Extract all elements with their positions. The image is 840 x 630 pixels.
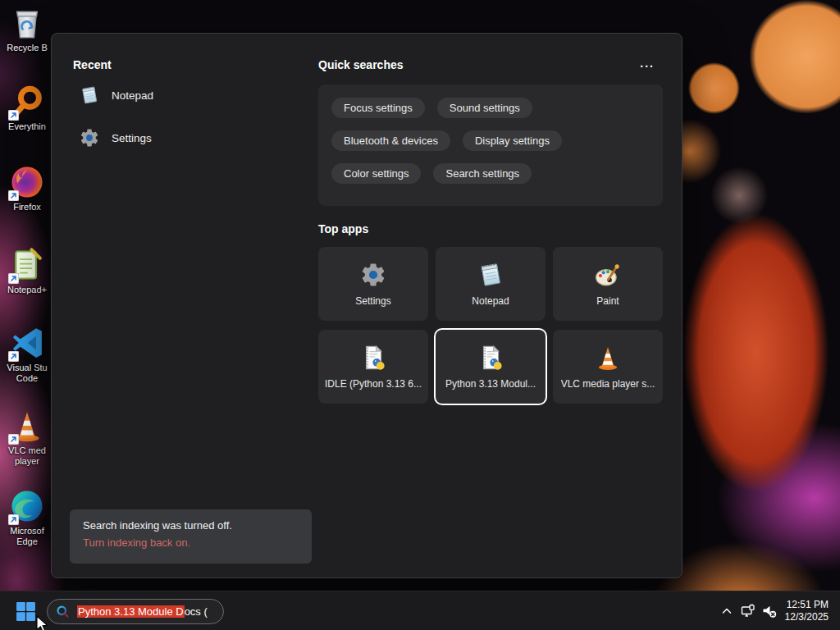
recent-item-label: Settings	[112, 132, 152, 144]
tile-label: Paint	[596, 295, 619, 307]
paint-palette-icon	[594, 261, 622, 289]
quick-searches-section: Quick searches ... Focus settings Sound …	[318, 58, 663, 206]
search-query-text: Python 3.13 Module Docs (	[77, 605, 208, 618]
shortcut-arrow-icon	[8, 351, 19, 362]
recent-title: Recent	[73, 58, 303, 71]
taskbar: Python 3.13 Module Docs ( 12:51 PM 12/3/…	[0, 591, 840, 630]
indexing-notice-text: Search indexing was turned off.	[83, 519, 299, 532]
desktop-icon-label: Everythin	[0, 121, 54, 132]
recent-item-label: Notepad	[112, 89, 153, 102]
taskbar-search-box[interactable]: Python 3.13 Module Docs (	[47, 599, 224, 624]
quick-searches-title: Quick searches	[318, 58, 663, 71]
tray-overflow-button[interactable]	[716, 599, 737, 623]
gear-icon	[79, 127, 100, 148]
shortcut-arrow-icon	[8, 110, 19, 121]
desktop-icon-notepad-plus-plus[interactable]: Notepad+	[0, 247, 54, 295]
desktop-icon-vlc[interactable]: VLC med player	[0, 408, 54, 467]
shortcut-arrow-icon	[8, 273, 19, 284]
tile-label: Settings	[355, 295, 390, 307]
top-app-tile-settings[interactable]: Settings	[318, 247, 428, 321]
desktop-icon-firefox[interactable]: Firefox	[0, 164, 54, 212]
desktop-icon-vscode[interactable]: Visual Stu Code	[0, 325, 54, 384]
start-button[interactable]	[16, 601, 36, 622]
desktop-icon-label: Notepad+	[0, 285, 54, 295]
notepad-icon	[79, 84, 100, 106]
shortcut-arrow-icon	[8, 434, 19, 445]
recent-item-notepad[interactable]: Notepad	[73, 76, 303, 114]
indexing-notice: Search indexing was turned off. Turn ind…	[70, 509, 312, 564]
python-doc-icon	[359, 344, 387, 372]
quick-search-pill[interactable]: Bluetooth & devices	[331, 130, 450, 151]
desktop-icon-label: VLC med player	[0, 445, 54, 467]
volume-muted-icon	[761, 603, 778, 619]
notepad-icon	[477, 261, 504, 289]
quick-search-pill[interactable]: Display settings	[463, 130, 562, 151]
top-app-tile-python-module-docs[interactable]: Python 3.13 Modul...	[436, 330, 546, 404]
search-query-selected-text: Python 3.13 Module D	[77, 605, 185, 618]
network-icon	[740, 603, 756, 619]
clock-time: 12:51 PM	[785, 599, 829, 611]
system-tray: 12:51 PM 12/3/2025	[716, 591, 832, 630]
turn-indexing-on-link[interactable]: Turn indexing back on.	[83, 536, 299, 549]
quick-searches-card: Focus settings Sound settings Bluetooth …	[318, 84, 663, 206]
desktop-icon-label: Firefox	[0, 202, 54, 212]
search-colored-icon	[56, 605, 70, 619]
desktop-icon-label: Recycle B	[0, 43, 54, 53]
gear-icon	[359, 261, 387, 289]
quick-search-pill[interactable]: Color settings	[331, 163, 421, 184]
desktop-icon-everything[interactable]: Everythin	[0, 84, 54, 132]
tile-label: Python 3.13 Modul...	[445, 378, 536, 390]
desktop-icon-edge[interactable]: Microsof Edge	[0, 488, 54, 547]
volume-tray-button[interactable]	[759, 599, 780, 623]
top-app-tile-notepad[interactable]: Notepad	[436, 247, 546, 321]
recycle-bin-icon	[9, 5, 45, 41]
quick-search-pill[interactable]: Search settings	[433, 163, 532, 184]
recent-section: Recent Notepad Settings	[73, 58, 303, 157]
python-doc-icon	[477, 344, 504, 372]
top-apps-section: Top apps Settings Notepad Paint IDLE (Py…	[318, 222, 663, 404]
tile-label: Notepad	[472, 295, 509, 307]
tile-label: IDLE (Python 3.13 6...	[325, 378, 422, 390]
chevron-up-icon	[720, 605, 733, 618]
more-options-button[interactable]: ...	[635, 55, 660, 71]
shortcut-arrow-icon	[8, 190, 19, 201]
quick-search-pill[interactable]: Focus settings	[331, 98, 425, 118]
vlc-cone-icon	[594, 344, 622, 372]
clock-date: 12/3/2025	[785, 611, 829, 623]
tile-label: VLC media player s...	[561, 378, 655, 390]
top-apps-title: Top apps	[318, 222, 663, 235]
desktop-icon-label: Visual Stu Code	[0, 363, 54, 384]
top-app-tile-idle[interactable]: IDLE (Python 3.13 6...	[318, 330, 428, 404]
clock[interactable]: 12:51 PM 12/3/2025	[785, 599, 832, 623]
desktop-icon-label: Microsof Edge	[0, 526, 54, 547]
top-app-tile-paint[interactable]: Paint	[553, 247, 663, 321]
top-app-tile-vlc-skinned[interactable]: VLC media player s...	[553, 330, 663, 404]
search-query-rest-text: ocs (	[185, 605, 208, 618]
recent-item-settings[interactable]: Settings	[73, 119, 303, 157]
quick-search-pill[interactable]: Sound settings	[437, 98, 532, 118]
network-tray-button[interactable]	[737, 599, 759, 623]
desktop-icon-recycle-bin[interactable]: Recycle B	[0, 5, 54, 53]
shortcut-arrow-icon	[8, 514, 19, 525]
search-flyout-panel: Recent Notepad Settings Quick searches .…	[51, 33, 682, 578]
